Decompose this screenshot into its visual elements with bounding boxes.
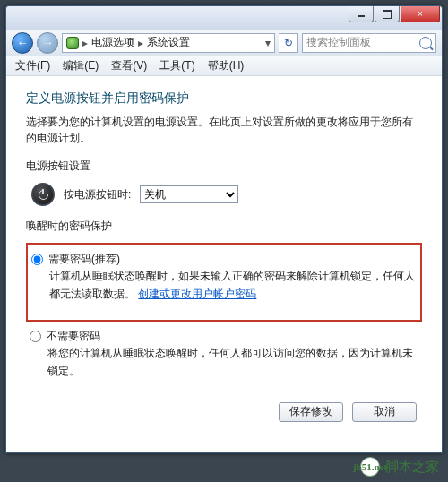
watermark-text: 脚本之家 [385,459,439,476]
require-password-highlight: 需要密码(推荐) 计算机从睡眠状态唤醒时，如果未输入正确的密码来解除计算机锁定，… [26,243,422,322]
forward-button[interactable]: → [37,32,58,54]
search-placeholder: 搜索控制面板 [306,35,371,50]
wake-password-section-label: 唤醒时的密码保护 [26,219,422,234]
breadcrumb-sep: ▸ [82,37,88,49]
radio-require-password-label[interactable]: 需要密码(推荐) [48,252,120,267]
power-button-label: 按电源按钮时: [64,187,131,202]
close-button[interactable]: × [401,6,440,22]
breadcrumb-dropdown[interactable]: ▾ [265,37,271,49]
menu-file[interactable]: 文件(F) [10,56,56,75]
radio-no-password-label[interactable]: 不需要密码 [47,329,100,344]
nav-toolbar: ← → ▸ 电源选项 ▸ 系统设置 ▾ ↻ 搜索控制面板 [6,30,442,56]
create-change-password-link[interactable]: 创建或更改用户帐户密码 [138,288,256,300]
page-description: 选择要为您的计算机设置的电源设置。在此页上对设置所做的更改将应用于您所有的电源计… [26,114,422,146]
option-require-password: 需要密码(推荐) 计算机从睡眠状态唤醒时，如果未输入正确的密码来解除计算机锁定，… [31,252,420,304]
search-icon [419,37,432,49]
menu-help[interactable]: 帮助(H) [202,56,250,75]
page-title: 定义电源按钮并启用密码保护 [26,90,422,107]
power-button-section-label: 电源按钮设置 [26,159,422,174]
content-area: 定义电源按钮并启用密码保护 选择要为您的计算机设置的电源设置。在此页上对设置所做… [6,76,442,452]
minimize-button[interactable] [349,6,374,22]
power-icon [31,183,55,206]
require-password-description: 计算机从睡眠状态唤醒时，如果未输入正确的密码来解除计算机锁定，任何人都无法读取数… [49,267,420,304]
menu-view[interactable]: 查看(V) [106,56,152,75]
location-icon [66,37,79,49]
titlebar: × [6,6,442,30]
menu-bar: 文件(F) 编辑(E) 查看(V) 工具(T) 帮助(H) [6,56,442,76]
menu-edit[interactable]: 编辑(E) [57,56,104,75]
radio-require-password[interactable] [31,254,43,265]
option-no-password: 不需要密码 将您的计算机从睡眠状态唤醒时，任何人都可以访问您的数据，因为计算机未… [30,329,422,381]
breadcrumb-item[interactable]: 电源选项 [91,35,134,50]
refresh-button[interactable]: ↻ [279,33,298,53]
control-panel-window: × ← → ▸ 电源选项 ▸ 系统设置 ▾ ↻ 搜索控制面板 文件(F) 编辑(… [5,5,443,453]
breadcrumb-item[interactable]: 系统设置 [147,35,190,50]
button-row: 保存修改 取消 [26,402,422,422]
menu-tools[interactable]: 工具(T) [154,56,200,75]
breadcrumb[interactable]: ▸ 电源选项 ▸ 系统设置 ▾ [62,33,275,53]
watermark-logo: jb51.net [360,457,380,477]
search-input[interactable]: 搜索控制面板 [302,33,436,53]
back-button[interactable]: ← [12,32,33,54]
radio-no-password[interactable] [30,331,41,342]
save-button[interactable]: 保存修改 [279,402,343,422]
no-password-description: 将您的计算机从睡眠状态唤醒时，任何人都可以访问您的数据，因为计算机未锁定。 [47,344,422,381]
cancel-button[interactable]: 取消 [352,402,417,422]
power-button-row: 按电源按钮时: 关机 [31,183,422,206]
watermark: jb51.net 脚本之家 [360,457,439,477]
breadcrumb-sep: ▸ [138,37,143,49]
maximize-button[interactable] [375,6,400,22]
power-button-select[interactable]: 关机 [140,185,238,203]
